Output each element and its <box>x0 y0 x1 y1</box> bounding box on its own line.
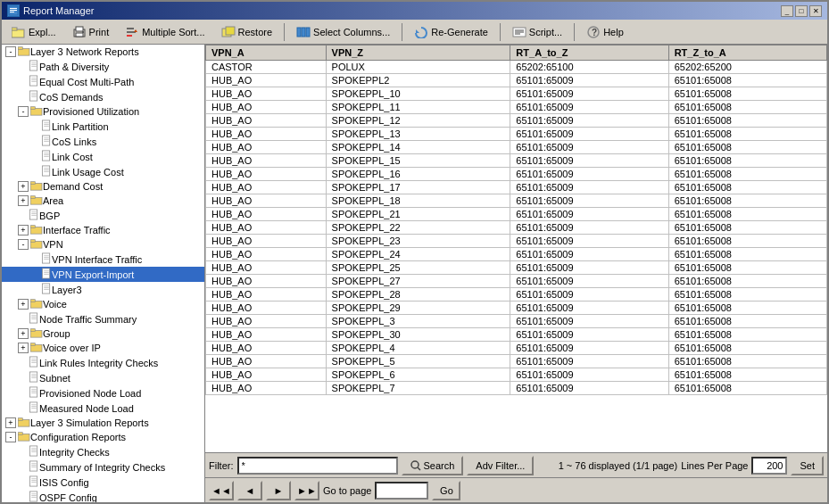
sidebar-item-prov-util[interactable]: -Provisioned Utilization <box>2 104 204 119</box>
next-page-button[interactable]: ► <box>266 481 291 500</box>
table-row[interactable]: HUB_AOSPOKEPPL_2765101:6500965101:65008 <box>206 275 827 288</box>
expand-icon[interactable]: - <box>5 46 16 57</box>
sidebar-item-layer3[interactable]: Layer3 <box>2 282 204 297</box>
table-row[interactable]: HUB_AOSPOKEPPL_365101:6500965101:65008 <box>206 315 827 328</box>
col-rt-z-a[interactable]: RT_Z_to_A <box>668 45 826 61</box>
select-columns-button[interactable]: Select Columns... <box>290 23 396 41</box>
table-row[interactable]: HUB_AOSPOKEPPL_1265101:6500965101:65008 <box>206 114 827 128</box>
sidebar-item-ospf-config[interactable]: OSPF Config <box>2 490 204 502</box>
sidebar-item-interface-traffic[interactable]: +Interface Traffic <box>2 223 204 237</box>
table-row[interactable]: HUB_AOSPOKEPPL_1465101:6500965101:65008 <box>206 141 827 154</box>
table-cell: 65101:65009 <box>510 74 668 87</box>
multiple-sort-button[interactable]: Multiple Sort... <box>119 23 211 41</box>
sidebar-item-link-partition[interactable]: Link Partition <box>2 119 204 134</box>
close-button[interactable]: ✕ <box>809 5 822 17</box>
expand-icon[interactable]: + <box>18 328 29 339</box>
expand-icon[interactable]: - <box>18 239 29 250</box>
sidebar-item-layer3-network[interactable]: -Layer 3 Network Reports <box>2 45 204 59</box>
sidebar-item-link-rules[interactable]: Link Rules Integrity Checks <box>2 355 204 370</box>
sidebar-item-vpn-interface-traffic[interactable]: VPN Interface Traffic <box>2 252 204 267</box>
table-row[interactable]: CASTORPOLUX65202:6510065202:65200 <box>206 61 827 74</box>
expand-icon[interactable]: + <box>18 343 29 353</box>
table-row[interactable]: HUB_AOSPOKEPPL_565101:6500965101:65008 <box>206 355 827 368</box>
table-row[interactable]: HUB_AOSPOKEPPL_2865101:6500965101:65008 <box>206 288 827 302</box>
sidebar-item-path-diversity[interactable]: Path & Diversity <box>2 59 204 74</box>
svg-rect-3 <box>10 12 14 12</box>
table-row[interactable]: HUB_AOSPOKEPPL_3065101:6500965101:65008 <box>206 328 827 342</box>
restore-button[interactable]: Restore <box>215 23 279 41</box>
first-page-button[interactable]: ◄◄ <box>209 481 234 500</box>
sidebar-item-group[interactable]: +Group <box>2 326 204 341</box>
table-row[interactable]: HUB_AOSPOKEPPL_2265101:6500965101:65008 <box>206 221 827 235</box>
sidebar-item-voice-over-ip[interactable]: +Voice over IP <box>2 341 204 355</box>
col-rt-a-z[interactable]: RT_A_to_Z <box>510 45 668 61</box>
last-page-button[interactable]: ►► <box>294 481 319 500</box>
expand-icon[interactable]: + <box>18 225 29 235</box>
expand-icon[interactable]: + <box>18 195 29 206</box>
table-row[interactable]: HUB_AOSPOKEPPL_1865101:6500965101:65008 <box>206 194 827 208</box>
sidebar-item-voice[interactable]: +Voice <box>2 297 204 311</box>
table-row[interactable]: HUB_AOSPOKEPPL_1565101:6500965101:65008 <box>206 154 827 168</box>
table-row[interactable]: HUB_AOSPOKEPPL_1665101:6500965101:65008 <box>206 168 827 181</box>
sidebar-item-area[interactable]: +Area <box>2 194 204 208</box>
expand-icon[interactable]: - <box>5 432 16 442</box>
sidebar-item-vpn-export-import[interactable]: VPN Export-Import <box>2 267 204 282</box>
go-button[interactable]: Go <box>432 481 460 500</box>
col-vpn-a[interactable]: VPN_A <box>206 45 327 61</box>
sidebar[interactable]: -Layer 3 Network ReportsPath & Diversity… <box>2 45 205 502</box>
table-row[interactable]: HUB_AOSPOKEPPL_465101:6500965101:65008 <box>206 342 827 355</box>
table-row[interactable]: HUB_AOSPOKEPPL_2165101:6500965101:65008 <box>206 208 827 221</box>
search-button[interactable]: Search <box>402 456 464 475</box>
title-bar: Report Manager _ □ ✕ <box>2 2 827 20</box>
table-row[interactable]: HUB_AOSPOKEPPL_1165101:6500965101:65008 <box>206 101 827 114</box>
sidebar-item-summary-integrity[interactable]: Summary of Integrity Checks <box>2 459 204 475</box>
table-cell: 65101:65008 <box>668 128 826 141</box>
table-row[interactable]: HUB_AOSPOKEPPL_2365101:6500965101:65008 <box>206 235 827 248</box>
sidebar-item-config-reports[interactable]: -Configuration Reports <box>2 430 204 444</box>
table-row[interactable]: HUB_AOSPOKEPPL_2465101:6500965101:65008 <box>206 248 827 261</box>
expand-icon[interactable]: + <box>18 299 29 310</box>
explore-button[interactable]: Expl... <box>5 23 62 41</box>
sidebar-item-link-usage-cost[interactable]: Link Usage Cost <box>2 164 204 179</box>
maximize-button[interactable]: □ <box>795 5 808 17</box>
table-row[interactable]: HUB_AOSPOKEPPL_1365101:6500965101:65008 <box>206 128 827 141</box>
col-vpn-z[interactable]: VPN_Z <box>326 45 510 61</box>
table-row[interactable]: HUB_AOSPOKEPPL_1765101:6500965101:65008 <box>206 181 827 194</box>
sidebar-item-measured-node-load[interactable]: Measured Node Load <box>2 401 204 416</box>
table-row[interactable]: HUB_AOSPOKEPPL_1065101:6500965101:65008 <box>206 87 827 101</box>
table-row[interactable]: HUB_AOSPOKEPPL265101:6500965101:65008 <box>206 74 827 87</box>
help-button[interactable]: ? Help <box>580 23 630 41</box>
sidebar-item-demand-cost[interactable]: +Demand Cost <box>2 179 204 194</box>
table-row[interactable]: HUB_AOSPOKEPPL_2965101:6500965101:65008 <box>206 302 827 315</box>
filter-input[interactable] <box>237 457 398 475</box>
sidebar-item-cos-links[interactable]: CoS Links <box>2 134 204 149</box>
minimize-button[interactable]: _ <box>781 5 793 17</box>
expand-icon[interactable]: + <box>18 181 29 192</box>
expand-icon[interactable]: - <box>18 106 29 117</box>
lines-per-page-input[interactable] <box>751 457 787 475</box>
sidebar-item-node-traffic-summary[interactable]: Node Traffic Summary <box>2 311 204 326</box>
sidebar-item-equal-cost[interactable]: Equal Cost Multi-Path <box>2 74 204 89</box>
print-button[interactable]: Print <box>66 23 116 41</box>
sidebar-item-integrity-checks[interactable]: Integrity Checks <box>2 444 204 459</box>
table-row[interactable]: HUB_AOSPOKEPPL_665101:6500965101:65008 <box>206 368 827 382</box>
sidebar-item-bgp[interactable]: BGP <box>2 208 204 223</box>
go-to-page-input[interactable] <box>375 482 428 500</box>
set-button[interactable]: Set <box>791 456 824 475</box>
sidebar-item-layer3-simulation[interactable]: +Layer 3 Simulation Reports <box>2 416 204 430</box>
script-button[interactable]: Script... <box>506 23 568 41</box>
table-row[interactable]: HUB_AOSPOKEPPL_2565101:6500965101:65008 <box>206 261 827 275</box>
sidebar-item-vpn[interactable]: -VPN <box>2 237 204 252</box>
sidebar-item-subnet[interactable]: Subnet <box>2 370 204 385</box>
prev-page-button[interactable]: ◄ <box>237 481 262 500</box>
table-cell: SPOKEPPL_3 <box>326 315 510 328</box>
expand-icon[interactable]: + <box>5 417 16 428</box>
adv-filter-button[interactable]: Adv Filter... <box>467 456 534 475</box>
sidebar-item-isis-config[interactable]: ISIS Config <box>2 475 204 490</box>
sidebar-item-provisioned-node-load[interactable]: Provisioned Node Load <box>2 385 204 401</box>
table-row[interactable]: HUB_AOSPOKEPPL_765101:6500965101:65008 <box>206 382 827 395</box>
sidebar-item-link-cost[interactable]: Link Cost <box>2 149 204 164</box>
sidebar-item-cos-demands[interactable]: CoS Demands <box>2 89 204 104</box>
regenerate-button[interactable]: Re-Generate <box>408 23 494 41</box>
table-container[interactable]: VPN_A VPN_Z RT_A_to_Z RT_Z_to_A CASTORPO… <box>205 45 827 452</box>
